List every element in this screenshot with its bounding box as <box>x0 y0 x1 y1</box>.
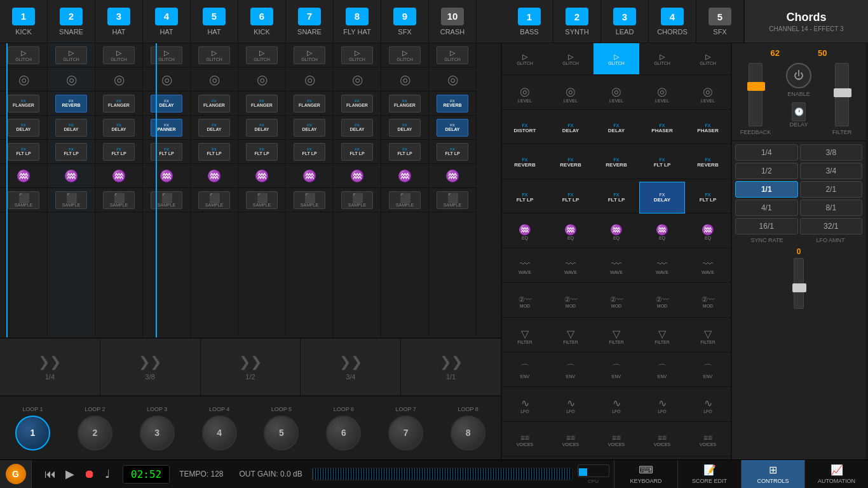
synth-env-1[interactable]: ⌒ENV <box>502 355 548 387</box>
synth-filter-1[interactable]: ▽FILTER <box>502 321 548 353</box>
synth-filter-5[interactable]: ▽FILTER <box>685 321 731 353</box>
fx-fltlp-btn-1[interactable]: FX FLT LP <box>8 143 39 161</box>
synth-wave-2[interactable]: 〰WAVE <box>548 251 593 283</box>
fx-reverb-2[interactable]: FX REVERB <box>48 92 95 116</box>
loop-knob-1[interactable]: 1 <box>15 416 50 451</box>
feedback-fader-track[interactable] <box>749 63 763 126</box>
metronome-button[interactable]: ♩ <box>105 467 110 481</box>
synth-voices-2[interactable]: ≡≡VOICES <box>548 424 593 456</box>
tab-lead-3[interactable]: 3 Lead <box>601 0 649 43</box>
fx-delay-row1-1[interactable]: FX DELAY <box>0 116 47 140</box>
delay-icon-btn[interactable]: 🕐 <box>792 102 806 121</box>
synth-fx-fltlp-5[interactable]: FXFLT LP <box>685 182 731 214</box>
delay-slider-thumb[interactable] <box>792 283 806 292</box>
synth-wave-4[interactable]: 〰WAVE <box>639 251 685 283</box>
sample-cell-1[interactable]: ⬛ SAMPLE <box>0 188 47 212</box>
pattern-btn-1-4[interactable]: ❯❯ 1/4 <box>0 339 100 395</box>
loop-knob-7[interactable]: 7 <box>388 416 423 451</box>
synth-level-1[interactable]: ◎LEVEL <box>502 78 548 110</box>
delay-slider-track[interactable] <box>794 258 804 309</box>
pattern-btn-1-1[interactable]: ❯❯ 1/1 <box>401 339 501 395</box>
rate-btn-32-1[interactable]: 32/1 <box>800 218 863 234</box>
play-button[interactable]: ▶ <box>65 467 74 481</box>
tab-chords-4[interactable]: 4 Chords <box>649 0 696 43</box>
sample-btn-2[interactable]: ⬛ SAMPLE <box>55 191 87 209</box>
synth-glitch-1[interactable]: ▷GLITCH <box>502 43 548 75</box>
nav-controls[interactable]: ⊞ CONTROLS <box>741 460 804 489</box>
pattern-btn-3-4[interactable]: ❯❯ 3/4 <box>301 339 401 395</box>
rate-btn-4-1[interactable]: 4/1 <box>735 200 798 216</box>
synth-level-3[interactable]: ◎LEVEL <box>593 78 639 110</box>
rate-btn-1-1[interactable]: 1/1 <box>735 181 798 198</box>
tab-hat-3[interactable]: 3 Hat <box>95 0 143 43</box>
glitch-btn-1[interactable]: ▷ GLITCH <box>8 46 39 64</box>
synth-fx-fltlp-1[interactable]: FXFLT LP <box>502 182 548 214</box>
synth-fx-phaser-4[interactable]: FXPHASER <box>639 112 685 144</box>
synth-eq-4[interactable]: ♒EQ <box>639 217 685 248</box>
fx-flanger-1[interactable]: FX FLANGER <box>0 92 47 116</box>
synth-wave-1[interactable]: 〰WAVE <box>502 251 548 283</box>
synth-voices-5[interactable]: ≡≡VOICES <box>685 424 731 456</box>
fx-reverb-btn-2[interactable]: FX REVERB <box>55 95 87 112</box>
loop-knob-4[interactable]: 4 <box>202 416 237 451</box>
synth-wave-3[interactable]: 〰WAVE <box>593 251 639 283</box>
loop-knob-3[interactable]: 3 <box>140 416 175 451</box>
eq-cell-2[interactable]: ♒ <box>48 164 95 188</box>
synth-fx-reverb-3[interactable]: FXREVERB <box>593 147 639 179</box>
filter-fader-thumb[interactable] <box>834 88 851 97</box>
tab-kick-1[interactable]: 1 Kick <box>0 0 48 43</box>
loop-knob-5[interactable]: 5 <box>264 416 299 451</box>
record-button[interactable]: ⏺ <box>84 468 95 481</box>
rewind-button[interactable]: ⏮ <box>44 468 56 481</box>
synth-mod-3[interactable]: ②〰MOD <box>593 286 639 318</box>
synth-fx-delay-r3-2[interactable]: FXDELAY <box>548 112 593 144</box>
rate-btn-1-2[interactable]: 1/2 <box>735 163 798 179</box>
synth-lfo-4[interactable]: ∿LFO <box>639 390 685 422</box>
tab-sfx-9[interactable]: 9 SFX <box>381 0 429 43</box>
tab-bass-1[interactable]: 1 Bass <box>506 0 553 43</box>
fx-fltlp-1[interactable]: FX FLT LP <box>0 140 47 164</box>
synth-lfo-1[interactable]: ∿LFO <box>502 390 548 422</box>
app-logo[interactable]: G <box>0 460 32 489</box>
fx-flanger-btn-1[interactable]: FX FLANGER <box>8 95 39 112</box>
glitch-btn-2[interactable]: ▷ GLITCH <box>55 46 87 64</box>
synth-wave-5[interactable]: 〰WAVE <box>685 251 731 283</box>
synth-env-5[interactable]: ⌒ENV <box>685 355 731 387</box>
synth-lfo-5[interactable]: ∿LFO <box>685 390 731 422</box>
fx-delay-btn-1[interactable]: FX DELAY <box>8 119 39 137</box>
glitch-cell-1[interactable]: ▷ GLITCH <box>0 43 47 67</box>
loop-knob-2[interactable]: 2 <box>78 416 112 451</box>
synth-env-2[interactable]: ⌒ENV <box>548 355 593 387</box>
synth-voices-4[interactable]: ≡≡VOICES <box>639 424 685 456</box>
pattern-btn-3-8[interactable]: ❯❯ 3/8 <box>100 339 201 395</box>
synth-lfo-2[interactable]: ∿LFO <box>548 390 593 422</box>
synth-glitch-5[interactable]: ▷GLITCH <box>685 43 731 75</box>
synth-fx-reverb-5[interactable]: FXREVERB <box>685 147 731 179</box>
synth-glitch-2[interactable]: ▷GLITCH <box>548 43 593 75</box>
synth-glitch-3-active[interactable]: ▷GLITCH <box>593 43 639 75</box>
fx-fltlp-2[interactable]: FX FLT LP <box>48 140 95 164</box>
level-cell-1[interactable]: ◎ <box>0 67 47 92</box>
synth-fx-fltlp-4[interactable]: FXFLT LP <box>639 147 685 179</box>
nav-keyboard[interactable]: ⌨ KEYBOARD <box>614 460 677 489</box>
synth-level-5[interactable]: ◎LEVEL <box>685 78 731 110</box>
fx-fltlp-btn-2[interactable]: FX FLT LP <box>55 143 87 161</box>
synth-lfo-3[interactable]: ∿LFO <box>593 390 639 422</box>
tab-kick-6[interactable]: 6 Kick <box>238 0 286 43</box>
tab-snare-7[interactable]: 7 Snare <box>286 0 334 43</box>
loop-knob-6[interactable]: 6 <box>326 416 361 451</box>
rate-btn-16-1[interactable]: 16/1 <box>735 218 798 234</box>
synth-fx-reverb-1[interactable]: FXREVERB <box>502 147 548 179</box>
enable-button[interactable]: ⏻ <box>786 63 811 88</box>
nav-automation[interactable]: 📈 AUTOMATION <box>804 460 868 489</box>
glitch-cell-2[interactable]: ▷ GLITCH <box>48 43 95 67</box>
synth-env-4[interactable]: ⌒ENV <box>639 355 685 387</box>
synth-mod-2[interactable]: ②〰MOD <box>548 286 593 318</box>
synth-fx-fltlp-3[interactable]: FXFLT LP <box>593 182 639 214</box>
level-cell-2[interactable]: ◎ <box>48 67 95 92</box>
synth-mod-4[interactable]: ②〰MOD <box>639 286 685 318</box>
rate-btn-1-4[interactable]: 1/4 <box>735 144 798 161</box>
synth-level-2[interactable]: ◎LEVEL <box>548 78 593 110</box>
loop-knob-8[interactable]: 8 <box>451 416 485 451</box>
tab-snare-2[interactable]: 2 Snare <box>48 0 95 43</box>
